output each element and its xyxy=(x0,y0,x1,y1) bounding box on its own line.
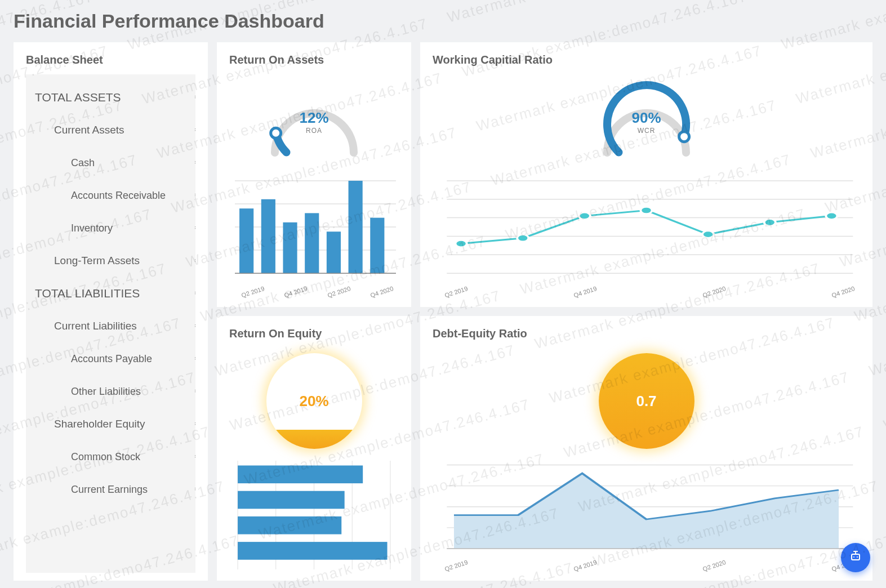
svg-rect-9 xyxy=(305,213,319,273)
balance-row: Inventory€ 84,660.8 xyxy=(26,212,195,244)
robot-icon xyxy=(849,550,862,565)
svg-point-26 xyxy=(764,219,776,226)
card-der-title: Debt-Equity Ratio xyxy=(433,327,860,340)
balance-row: Current Earnings€ 72,528.6 xyxy=(26,473,195,506)
wcr-gauge-sub: WCR xyxy=(631,127,661,135)
balance-row: Accounts Payable€ 93,510.4 xyxy=(26,342,195,375)
svg-point-21 xyxy=(455,240,466,247)
der-x-axis: Q2 2019Q4 2019Q2 2020Q4 2020 xyxy=(433,564,860,573)
balance-row-value: € 242,528.6 xyxy=(195,418,195,430)
svg-rect-34 xyxy=(238,491,345,509)
card-wcr-title: Working Capitial Ratio xyxy=(433,54,860,66)
balance-sheet-title: Balance Sheet xyxy=(26,54,195,66)
roe-liquid-value: 20% xyxy=(299,393,328,410)
balance-row-value: € 66,865.4 xyxy=(195,157,195,169)
card-wcr: Working Capitial Ratio 90% WCR Q2 2019Q4… xyxy=(420,42,872,307)
wcr-gauge-value: 90% xyxy=(631,109,661,127)
roa-bar-chart xyxy=(229,172,399,290)
card-roa-title: Return On Assets xyxy=(229,54,399,66)
card-der: Debt-Equity Ratio 0.7 Q2 2019Q4 2019Q2 2… xyxy=(420,316,872,581)
balance-sheet-table: TOTAL ASSETS€ 398,630Current Assets€ 286… xyxy=(26,74,195,573)
wcr-x-axis: Q2 2019Q4 2019Q2 2020Q4 2020 xyxy=(433,290,860,299)
roe-liquid-gauge: 20% xyxy=(229,345,399,457)
balance-row-label: Shareholder Equity xyxy=(26,418,195,430)
balance-row-label: Common Stock xyxy=(26,451,195,463)
balance-row-label: Current Liabilities xyxy=(26,320,195,332)
balance-row: Current Assets€ 286,630 xyxy=(26,114,195,146)
balance-row: Shareholder Equity€ 242,528.6 xyxy=(26,408,195,440)
svg-rect-33 xyxy=(238,465,363,483)
page-title: Financial Performance Dashboard xyxy=(14,10,872,32)
balance-row-label: Accounts Payable xyxy=(26,353,195,365)
card-roe-title: Return On Equity xyxy=(229,327,399,340)
balance-row-value: € 286,630 xyxy=(195,124,195,136)
balance-row: Accounts Receivable€ 135,103.6 xyxy=(26,179,195,212)
roa-x-axis: Q2 2019Q4 2019Q2 2020Q4 2020 xyxy=(229,290,399,299)
balance-row: TOTAL ASSETS€ 398,630 xyxy=(26,81,195,114)
balance-row: Current Liabilities€ 156,101.4 xyxy=(26,310,195,342)
card-roa: Return On Assets 12% ROA Q2 2019Q4 2019Q… xyxy=(217,42,411,307)
svg-rect-11 xyxy=(349,181,363,273)
balance-row-label: Inventory xyxy=(26,222,195,234)
balance-row-label: TOTAL ASSETS xyxy=(26,91,195,104)
balance-row: Long-Term Assets€ 112,000 xyxy=(26,244,195,277)
roe-hbar-chart xyxy=(229,457,399,573)
svg-point-25 xyxy=(702,231,714,238)
der-liquid-value: 0.7 xyxy=(636,393,656,410)
balance-row-value: € 72,528.6 xyxy=(195,483,195,496)
balance-row-value: € 112,000 xyxy=(195,255,195,267)
svg-point-44 xyxy=(853,556,854,558)
balance-row: Common Stock€ 170,000 xyxy=(26,440,195,473)
balance-row-value: € 62,591 xyxy=(195,385,195,398)
card-balance-sheet: Balance Sheet TOTAL ASSETS€ 398,630Curre… xyxy=(14,42,208,581)
svg-point-23 xyxy=(579,212,590,219)
der-area-chart xyxy=(433,457,860,564)
svg-rect-7 xyxy=(261,199,275,273)
balance-row-label: Other Liabilities xyxy=(26,386,195,398)
svg-point-27 xyxy=(826,212,837,219)
svg-rect-12 xyxy=(370,218,384,274)
svg-rect-10 xyxy=(327,231,341,273)
svg-rect-36 xyxy=(238,542,387,560)
balance-row-label: Long-Term Assets xyxy=(26,255,195,267)
svg-point-14 xyxy=(679,132,689,142)
svg-point-22 xyxy=(517,235,528,242)
roa-gauge-value: 12% xyxy=(299,109,328,127)
roa-gauge: 12% ROA xyxy=(229,71,399,172)
der-liquid-gauge: 0.7 xyxy=(433,345,860,457)
assistant-fab[interactable] xyxy=(841,543,870,572)
balance-row-value: € 135,103.6 xyxy=(195,189,195,202)
balance-row: Other Liabilities€ 62,591 xyxy=(26,375,195,408)
svg-rect-43 xyxy=(852,554,860,560)
balance-row-value: € 93,510.4 xyxy=(195,353,195,365)
balance-row-value: € 398,630 xyxy=(195,91,195,104)
wcr-gauge: 90% WCR xyxy=(433,71,860,172)
svg-rect-35 xyxy=(238,516,341,534)
svg-rect-8 xyxy=(283,222,297,273)
roa-gauge-sub: ROA xyxy=(299,127,328,135)
balance-row-value: € 398,630 xyxy=(195,287,195,300)
balance-row-label: Cash xyxy=(26,157,195,169)
wcr-line-chart xyxy=(433,172,860,290)
balance-row: TOTAL LIABILITIES€ 398,630 xyxy=(26,277,195,310)
svg-rect-6 xyxy=(239,208,253,273)
balance-row-label: Current Assets xyxy=(26,124,195,136)
card-roe: Return On Equity 20% xyxy=(217,316,411,581)
balance-row-label: Current Earnings xyxy=(26,484,195,496)
svg-point-45 xyxy=(857,556,858,558)
balance-row-value: € 156,101.4 xyxy=(195,320,195,332)
balance-row-value: € 84,660.8 xyxy=(195,222,195,234)
svg-point-0 xyxy=(270,128,281,138)
balance-row: Cash€ 66,865.4 xyxy=(26,146,195,179)
balance-row-label: Accounts Receivable xyxy=(26,190,195,202)
svg-point-24 xyxy=(640,207,652,214)
balance-row-value: € 170,000 xyxy=(195,451,195,463)
balance-row-label: TOTAL LIABILITIES xyxy=(26,287,195,300)
